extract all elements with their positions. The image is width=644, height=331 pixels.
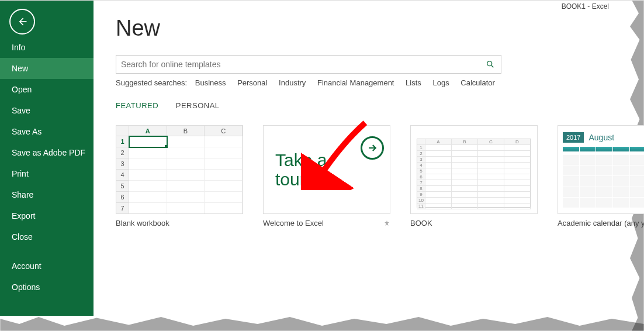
suggested-industry[interactable]: Industry <box>279 78 306 87</box>
tour-text: Take a tour <box>275 150 327 189</box>
col-header-c: C <box>205 126 243 136</box>
sidebar-item-print[interactable]: Print <box>0 163 94 184</box>
torn-edge-bottom <box>0 313 644 331</box>
sidebar-item-close[interactable]: Close <box>0 226 94 247</box>
suggested-calculator[interactable]: Calculator <box>461 78 495 87</box>
arrow-left-icon <box>16 16 28 27</box>
row-header-3: 3 <box>116 158 129 170</box>
sidebar-item-save-as[interactable]: Save As <box>0 121 94 142</box>
sidebar-item-account[interactable]: Account <box>0 256 94 277</box>
tab-featured[interactable]: FEATURED <box>116 101 158 110</box>
template-thumb-blank[interactable]: A B C 1 2 3 4 5 6 <box>116 125 243 214</box>
row-header-2: 2 <box>116 147 129 158</box>
cell-a1-selected <box>129 136 167 147</box>
back-button[interactable] <box>9 9 35 35</box>
template-label: Blank workbook <box>116 219 169 227</box>
suggested-personal[interactable]: Personal <box>237 78 267 87</box>
sidebar-item-options[interactable]: Options <box>0 277 94 298</box>
book-col-c: C <box>478 139 504 145</box>
col-header-b: B <box>167 126 205 136</box>
suggested-financial-management[interactable]: Financial Management <box>317 78 394 87</box>
sidebar-item-open[interactable]: Open <box>0 79 94 100</box>
search-icon <box>486 60 495 69</box>
book-col-b: B <box>452 139 478 145</box>
suggested-searches: Suggested searches: Business Personal In… <box>116 78 621 87</box>
template-label: BOOK <box>410 219 432 227</box>
suggested-label: Suggested searches: <box>116 78 187 87</box>
row-header-4: 4 <box>116 170 129 181</box>
template-thumb-calendar[interactable]: 2017 August <box>558 125 644 214</box>
template-blank-workbook[interactable]: A B C 1 2 3 4 5 6 <box>116 125 243 227</box>
template-label: Academic calendar (any year) <box>558 219 644 227</box>
search-input[interactable] <box>116 60 480 69</box>
template-gallery: A B C 1 2 3 4 5 6 <box>116 125 621 227</box>
main-content: New Suggested searches: Business Persona… <box>94 1 644 316</box>
template-search[interactable] <box>116 55 501 74</box>
row-header-7: 7 <box>116 203 129 214</box>
template-thumb-tour[interactable]: Take a tour <box>263 125 390 214</box>
search-button[interactable] <box>480 56 501 73</box>
row-header-1: 1 <box>116 136 129 147</box>
calendar-year: 2017 <box>563 132 584 143</box>
window-title: BOOK1 - Excel <box>562 0 644 11</box>
template-welcome[interactable]: Take a tour Welcome to Excel <box>263 125 390 227</box>
template-thumb-book[interactable]: A B C D 1 2 3 4 5 6 7 8 9 10 11 <box>410 125 538 214</box>
sidebar-item-share[interactable]: Share <box>0 184 94 205</box>
suggested-lists[interactable]: Lists <box>406 78 421 87</box>
template-academic-calendar[interactable]: 2017 August Academic calendar (any year) <box>558 125 644 227</box>
sidebar-item-save[interactable]: Save <box>0 100 94 121</box>
sidebar-item-save-adobe-pdf[interactable]: Save as Adobe PDF <box>0 142 94 163</box>
arrow-right-icon <box>366 142 378 154</box>
template-tabs: FEATURED PERSONAL <box>116 101 621 110</box>
book-col-a: A <box>425 139 452 145</box>
suggested-business[interactable]: Business <box>195 78 226 87</box>
tour-arrow-circle <box>361 136 384 160</box>
pin-icon[interactable] <box>383 220 390 227</box>
template-book[interactable]: A B C D 1 2 3 4 5 6 7 8 9 10 11 <box>410 125 538 227</box>
page-title: New <box>116 16 621 41</box>
book-col-d: D <box>504 139 531 145</box>
row-header-6: 6 <box>116 192 129 203</box>
sidebar-item-info[interactable]: Info <box>0 37 94 58</box>
backstage-sidebar: Info New Open Save Save As Save as Adobe… <box>0 1 94 316</box>
template-label: Welcome to Excel <box>263 219 324 227</box>
row-header-5: 5 <box>116 181 129 192</box>
sidebar-item-export[interactable]: Export <box>0 205 94 226</box>
svg-point-0 <box>487 61 492 66</box>
sidebar-item-new[interactable]: New <box>0 58 94 79</box>
tab-personal[interactable]: PERSONAL <box>176 101 220 110</box>
col-header-a: A <box>129 126 167 136</box>
calendar-month: August <box>588 133 614 142</box>
suggested-logs[interactable]: Logs <box>432 78 449 87</box>
